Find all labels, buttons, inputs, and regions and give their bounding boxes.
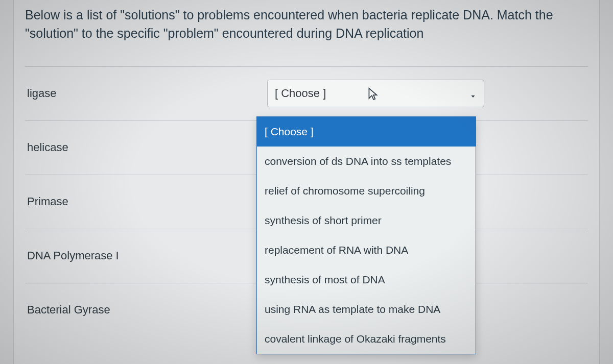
item-label: Primase <box>27 195 267 208</box>
item-label: ligase <box>27 87 267 100</box>
dropdown-option[interactable]: [ Choose ] <box>257 117 476 147</box>
item-label: helicase <box>27 141 267 154</box>
item-label: DNA Polymerase I <box>27 249 267 262</box>
chevron-down-icon <box>469 90 477 97</box>
question-prompt: Below is a list of "solutions" to proble… <box>25 6 588 43</box>
dropdown-option[interactable]: using RNA as template to make DNA <box>257 295 476 324</box>
dropdown-option[interactable]: synthesis of most of DNA <box>257 265 476 295</box>
dropdown-option[interactable]: covalent linkage of Okazaki fragments <box>257 324 476 354</box>
select-ligase[interactable]: [ Choose ] <box>267 80 484 107</box>
dropdown-option[interactable]: conversion of ds DNA into ss templates <box>257 147 476 176</box>
item-label: Bacterial Gyrase <box>27 303 267 317</box>
select-placeholder: [ Choose ] <box>275 87 469 100</box>
dropdown-listbox[interactable]: [ Choose ] conversion of ds DNA into ss … <box>256 116 476 354</box>
dropdown-option[interactable]: synthesis of short primer <box>257 206 476 235</box>
dropdown-option[interactable]: replacement of RNA with DNA <box>257 235 476 265</box>
match-row-ligase: ligase [ Choose ] <box>25 66 588 120</box>
dropdown-option[interactable]: relief of chromosome supercoiling <box>257 176 476 206</box>
